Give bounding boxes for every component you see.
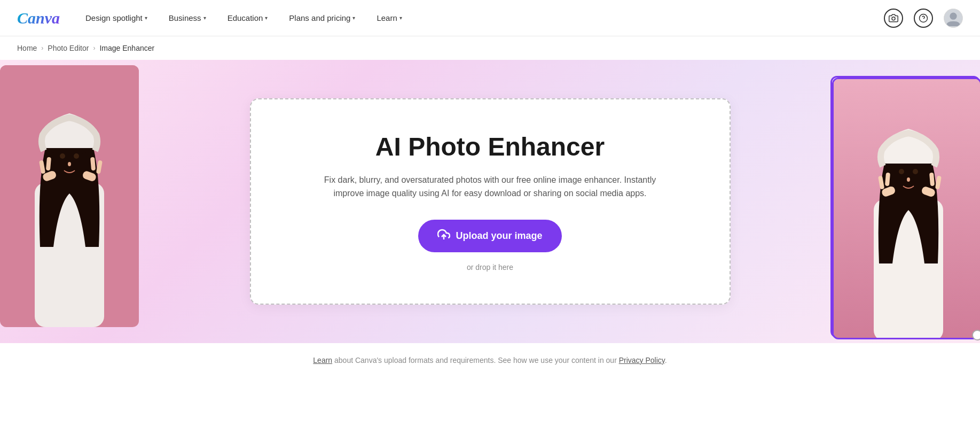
hero-photo-left xyxy=(0,65,139,327)
learn-link[interactable]: Learn xyxy=(313,356,332,365)
hero-description: Fix dark, blurry, and oversaturated phot… xyxy=(309,173,672,200)
breadcrumb-current: Image Enhancer xyxy=(99,44,154,52)
hero-section: AI Photo Enhancer Fix dark, blurry, and … xyxy=(0,60,980,343)
upload-card: AI Photo Enhancer Fix dark, blurry, and … xyxy=(250,98,731,305)
nav-item-education[interactable]: Education ▾ xyxy=(219,9,277,27)
camera-icon-button[interactable] xyxy=(884,9,903,28)
resize-handle[interactable] xyxy=(972,330,980,340)
nav-label-business: Business xyxy=(169,13,201,22)
footer-note: Learn about Canva's upload formats and r… xyxy=(0,343,980,377)
avatar[interactable] xyxy=(944,9,963,28)
nav-links: Design spotlight ▾ Business ▾ Education … xyxy=(77,9,411,27)
nav-label-learn: Learn xyxy=(377,13,397,22)
nav-label-design-spotlight: Design spotlight xyxy=(85,13,143,22)
chevron-down-icon: ▾ xyxy=(352,15,355,21)
hero-photo-left-inner xyxy=(0,65,139,327)
svg-point-0 xyxy=(892,17,895,20)
svg-point-26 xyxy=(913,169,918,174)
chevron-down-icon: ▾ xyxy=(203,15,206,21)
breadcrumb-separator-2: › xyxy=(93,44,95,52)
hero-title: AI Photo Enhancer xyxy=(294,131,687,162)
hero-photo-left-svg xyxy=(0,65,139,327)
nav-label-education: Education xyxy=(228,13,263,22)
privacy-policy-link[interactable]: Privacy Policy xyxy=(619,356,665,365)
nav-item-plans[interactable]: Plans and pricing ▾ xyxy=(280,9,364,27)
chevron-down-icon: ▾ xyxy=(399,15,402,21)
svg-point-12 xyxy=(68,162,71,166)
upload-button-label: Upload your image xyxy=(456,230,542,242)
footer-text: about Canva's upload formats and require… xyxy=(332,356,619,365)
upload-button[interactable]: Upload your image xyxy=(418,220,561,252)
logo[interactable]: Canva xyxy=(17,9,60,27)
hero-photo-right-svg xyxy=(834,79,980,339)
breadcrumb-photo-editor[interactable]: Photo Editor xyxy=(48,44,89,52)
chevron-down-icon: ▾ xyxy=(265,15,268,21)
nav-item-business[interactable]: Business ▾ xyxy=(160,9,215,27)
nav-label-plans: Plans and pricing xyxy=(289,13,350,22)
upload-cloud-icon xyxy=(437,228,450,244)
svg-point-27 xyxy=(907,177,910,182)
svg-point-4 xyxy=(950,12,957,19)
nav-item-design-spotlight[interactable]: Design spotlight ▾ xyxy=(77,9,156,27)
help-icon-button[interactable] xyxy=(914,9,933,28)
drop-text: or drop it here xyxy=(294,263,687,272)
navbar: Canva Design spotlight ▾ Business ▾ Educ… xyxy=(0,0,980,36)
nav-right xyxy=(884,9,963,28)
svg-point-10 xyxy=(60,153,65,159)
breadcrumb-separator-1: › xyxy=(41,44,43,52)
canva-logo-text: Canva xyxy=(17,9,60,27)
svg-point-11 xyxy=(74,153,79,159)
footer-period: . xyxy=(665,356,667,365)
svg-point-25 xyxy=(899,169,904,174)
breadcrumb: Home › Photo Editor › Image Enhancer xyxy=(0,36,980,60)
nav-item-learn[interactable]: Learn ▾ xyxy=(368,9,410,27)
hero-photo-right xyxy=(830,76,980,338)
breadcrumb-home[interactable]: Home xyxy=(17,44,37,52)
chevron-down-icon: ▾ xyxy=(145,15,147,21)
